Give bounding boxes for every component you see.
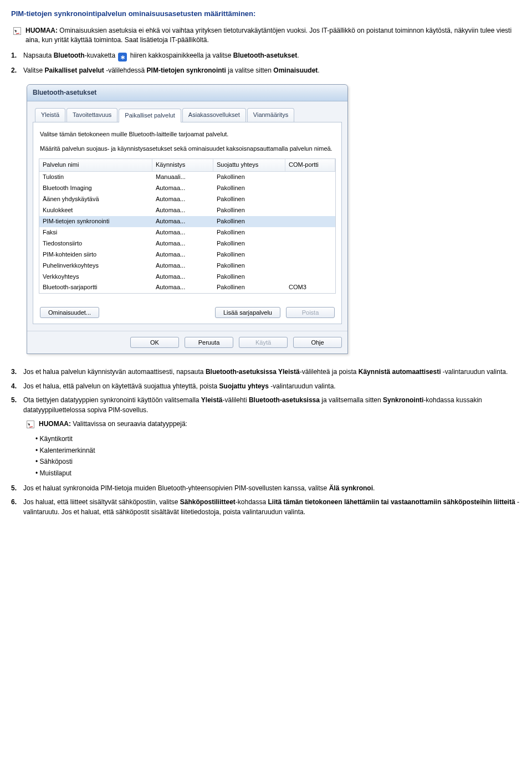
apply-button[interactable]: Käytä [239, 337, 288, 348]
t: . [318, 66, 319, 74]
list-item: Sähköposti [35, 457, 521, 467]
cell: Pakollinen [213, 216, 285, 227]
table-row[interactable]: KuulokkeetAutomaa...Pakollinen [39, 205, 335, 216]
t: -välilehti [223, 396, 249, 404]
cell: Pakollinen [213, 271, 285, 283]
tab-tavoitettavuus[interactable]: Tavoitettavuus [66, 108, 117, 122]
table-row[interactable]: FaksiAutomaa...Pakollinen [39, 227, 335, 238]
col-com[interactable]: COM-portti [285, 159, 335, 171]
cancel-button[interactable]: Peruuta [185, 337, 233, 348]
col-secure[interactable]: Suojattu yhteys [213, 159, 285, 171]
step-num: 3. [11, 367, 17, 377]
table-row[interactable]: TiedostonsiirtoAutomaa...Pakollinen [39, 238, 335, 249]
cell: Manuaali... [152, 172, 213, 183]
step-num: 5. [11, 396, 17, 405]
cell: Pakollinen [213, 238, 285, 249]
note-body-text: Valittavissa on seuraavia datatyyppejä: [71, 420, 187, 428]
b: Yleistä [201, 396, 223, 404]
table-row[interactable]: PIM-tietojen synkronointiAutomaa...Pakol… [39, 216, 335, 227]
note-label: HUOMAA: [25, 27, 58, 34]
tab-paikalliset-palvelut[interactable]: Paikalliset palvelut [119, 109, 181, 122]
cell: Verkkoyhteys [39, 271, 152, 283]
table-row[interactable]: Bluetooth ImagingAutomaa...Pakollinen [39, 183, 335, 194]
note-block-2: HUOMAA: Valittavissa on seuraavia dataty… [27, 419, 521, 429]
cell: Automaa... [152, 282, 213, 293]
list-header: Palvelun nimi Käynnistys Suojattu yhteys… [39, 159, 335, 172]
t: . [297, 52, 299, 59]
tab-strip: Yleistä Tavoitettavuus Paikalliset palve… [33, 106, 342, 122]
cell: Bluetooth Imaging [39, 183, 152, 194]
dialog-title: Bluetooth-asetukset [27, 85, 347, 101]
cell: Automaa... [152, 183, 213, 194]
bluetooth-icon: ∗ [118, 53, 127, 62]
table-row[interactable]: VerkkoyhteysAutomaa...Pakollinen [39, 271, 335, 283]
table-row[interactable]: PIM-kohteiden siirtoAutomaa...Pakollinen [39, 249, 335, 260]
note-text: HUOMAA: Valittavissa on seuraavia dataty… [39, 419, 187, 429]
cell: Tulostin [39, 172, 152, 183]
dialog-screenshot: Bluetooth-asetukset Yleistä Tavoitettavu… [27, 84, 521, 354]
tab-vianmaaritys[interactable]: Vianmääritys [247, 108, 294, 122]
cell [285, 183, 335, 194]
ok-button[interactable]: OK [130, 337, 179, 348]
t: Jos et haluat synkronoida PIM-tietoja mu… [23, 484, 329, 492]
t: hiiren kakkospainikkeella ja valitse [128, 52, 233, 59]
cell [285, 172, 335, 183]
b: Synkronointi [383, 396, 423, 404]
b: Bluetooth-asetuksissa [249, 396, 320, 404]
b: Älä synkronoi [329, 484, 373, 492]
services-listview[interactable]: Palvelun nimi Käynnistys Suojattu yhteys… [39, 158, 336, 294]
cell [285, 205, 335, 216]
tab-asiakassovellukset[interactable]: Asiakassovellukset [182, 108, 246, 122]
note-block: HUOMAA: Ominaisuuksien asetuksia ei ehkä… [13, 26, 521, 45]
col-name[interactable]: Palvelun nimi [39, 159, 152, 171]
step-5: 5. Ota tiettyjen datatyyppien synkronoin… [11, 396, 521, 415]
step-5b: 5. Jos et haluat synkronoida PIM-tietoja… [11, 484, 521, 493]
table-row[interactable]: Bluetooth-sarjaporttiAutomaa...Pakolline… [39, 282, 335, 293]
cell: Automaa... [152, 238, 213, 249]
tab-panel: Valitse tämän tietokoneen muille Bluetoo… [33, 122, 342, 324]
step-num: 4. [11, 382, 17, 391]
note-text: HUOMAA: Ominaisuuksien asetuksia ei ehkä… [25, 26, 521, 45]
b: Ominaisuudet [273, 66, 318, 74]
cell: Pakollinen [213, 282, 285, 293]
b: Liitä tämän tietokoneen lähettämiin tai … [268, 498, 515, 506]
cell: Automaa... [152, 216, 213, 227]
panel-desc1: Valitse tämän tietokoneen muille Bluetoo… [40, 130, 335, 139]
list-item: Käyntikortit [35, 434, 521, 444]
add-serial-button[interactable]: Lisää sarjapalvelu [215, 307, 280, 318]
cell: PIM-tietojen synkronointi [39, 216, 152, 227]
t: Ota tiettyjen datatyyppien synkronointi … [23, 396, 201, 404]
cell: Automaa... [152, 271, 213, 283]
cell: Faksi [39, 227, 152, 238]
cell [285, 238, 335, 249]
t: . [373, 484, 375, 492]
tab-yleista[interactable]: Yleistä [35, 108, 65, 122]
t: ja valitsemalla sitten [320, 396, 383, 404]
dialog-footer: OK Peruuta Käytä Ohje [27, 331, 347, 353]
table-row[interactable]: Äänen yhdyskäytäväAutomaa...Pakollinen [39, 194, 335, 205]
delete-button[interactable]: Poista [286, 307, 335, 318]
b: Käynnistä automaattisesti [359, 368, 441, 376]
note-label: HUOMAA: [39, 420, 71, 428]
cell: Pakollinen [213, 183, 285, 194]
col-start[interactable]: Käynnistys [152, 159, 213, 171]
table-row[interactable]: PuhelinverkkoyhteysAutomaa...Pakollinen [39, 260, 335, 271]
t: Jos et halua palvelun käynnistyvän autom… [23, 368, 206, 376]
cell: Pakollinen [213, 249, 285, 260]
cell [285, 194, 335, 205]
cell: COM3 [285, 282, 335, 293]
step-2: 2. Valitse Paikalliset palvelut -välileh… [11, 66, 521, 75]
cell: Pakollinen [213, 172, 285, 183]
b: Suojattu yhteys [219, 382, 269, 390]
step-num: 1. [11, 51, 17, 60]
cell [285, 271, 335, 283]
properties-button[interactable]: Ominaisuudet... [40, 307, 99, 318]
bluetooth-settings-dialog: Bluetooth-asetukset Yleistä Tavoitettavu… [27, 84, 348, 354]
table-row[interactable]: TulostinManuaali...Pakollinen [39, 172, 335, 183]
cell: Automaa... [152, 194, 213, 205]
t: -välilehdessä [104, 66, 147, 74]
cell: Automaa... [152, 260, 213, 271]
panel-desc2: Määritä palvelun suojaus- ja käynnistysa… [40, 145, 335, 153]
cell: Bluetooth-sarjaportti [39, 282, 152, 293]
help-button[interactable]: Ohje [293, 337, 342, 348]
